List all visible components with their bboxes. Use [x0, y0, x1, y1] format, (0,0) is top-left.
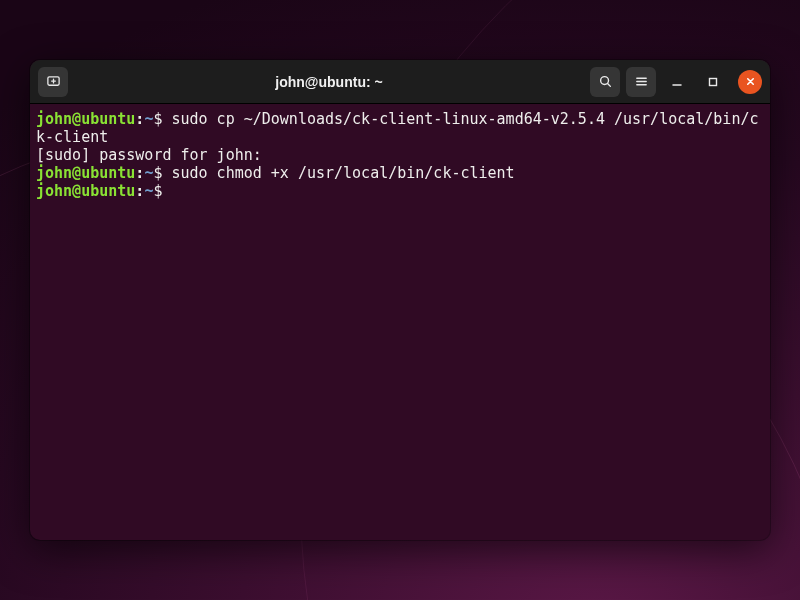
- terminal-line: john@ubuntu:~$: [36, 182, 764, 200]
- close-button[interactable]: [738, 70, 762, 94]
- hamburger-menu-button[interactable]: [626, 67, 656, 97]
- terminal-line: john@ubuntu:~$ sudo cp ~/Downloads/ck-cl…: [36, 110, 764, 146]
- terminal-line: [sudo] password for john:: [36, 146, 764, 164]
- prompt-userhost: john@ubuntu: [36, 110, 135, 128]
- prompt-symbol: $: [153, 182, 162, 200]
- terminal-line: john@ubuntu:~$ sudo chmod +x /usr/local/…: [36, 164, 764, 182]
- svg-rect-2: [710, 78, 717, 85]
- prompt-userhost: john@ubuntu: [36, 164, 135, 182]
- prompt-userhost: john@ubuntu: [36, 182, 135, 200]
- minimize-icon: [671, 76, 683, 88]
- terminal-window: john@ubuntu: ~: [30, 60, 770, 540]
- close-icon: [745, 76, 756, 87]
- search-button[interactable]: [590, 67, 620, 97]
- minimize-button[interactable]: [662, 67, 692, 97]
- search-icon: [598, 74, 613, 89]
- terminal-output-area[interactable]: john@ubuntu:~$ sudo cp ~/Downloads/ck-cl…: [30, 104, 770, 540]
- output-text: [sudo] password for john:: [36, 146, 262, 164]
- window-title: john@ubuntu: ~: [68, 74, 590, 90]
- window-titlebar: john@ubuntu: ~: [30, 60, 770, 104]
- maximize-icon: [707, 76, 719, 88]
- new-tab-icon: [46, 74, 61, 89]
- new-tab-button[interactable]: [38, 67, 68, 97]
- command-text: sudo chmod +x /usr/local/bin/ck-client: [162, 164, 514, 182]
- hamburger-icon: [634, 74, 649, 89]
- maximize-button[interactable]: [698, 67, 728, 97]
